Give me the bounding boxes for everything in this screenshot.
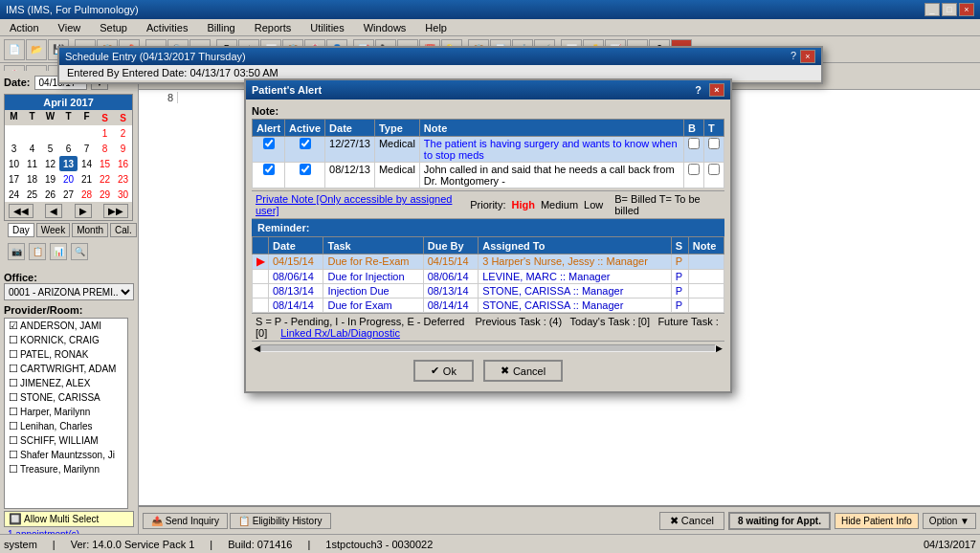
view-tab-cal[interactable]: Cal. — [110, 223, 137, 237]
provider-patel[interactable]: ☐ PATEL, RONAK — [5, 347, 127, 362]
note-active-2[interactable] — [285, 163, 325, 188]
cal-day-17[interactable]: 17 — [5, 171, 23, 187]
note-alert-cb-2[interactable] — [263, 164, 275, 175]
menu-view[interactable]: View — [53, 20, 87, 35]
note-active-cb-2[interactable] — [300, 164, 311, 175]
view-tab-month[interactable]: Month — [72, 223, 108, 237]
provider-harper[interactable]: ☐ Harper, Marilynn — [5, 405, 127, 419]
note-t-1[interactable] — [704, 137, 724, 163]
cal-day-9[interactable]: 9 — [114, 141, 132, 156]
cal-day-19[interactable]: 19 — [41, 171, 59, 187]
office-select[interactable]: 0001 - ARIZONA PREMI... — [4, 283, 134, 300]
cal-prev[interactable]: ◀ — [45, 204, 62, 218]
note-t-cb-2[interactable] — [708, 164, 720, 175]
icon3[interactable]: 📊 — [50, 243, 67, 260]
cal-day-7[interactable]: 7 — [78, 141, 96, 156]
note-row-2[interactable]: 08/12/13 Medical John called in and said… — [253, 163, 724, 188]
minimize-btn[interactable]: _ — [924, 3, 940, 16]
cal-day-26[interactable]: 26 — [41, 187, 59, 202]
view-tab-day[interactable]: Day — [8, 223, 34, 237]
provider-stone[interactable]: ☐ STONE, CARISSA — [5, 390, 127, 405]
view-tab-week[interactable]: Week — [36, 223, 70, 237]
option-btn[interactable]: Option ▼ — [923, 513, 976, 529]
alert-controls[interactable]: ? × — [695, 83, 724, 97]
hide-patient-btn[interactable]: Hide Patient Info — [835, 513, 919, 529]
cal-day-27[interactable]: 27 — [59, 187, 78, 202]
cal-day-14[interactable]: 14 — [78, 156, 96, 171]
tab-eligibility[interactable]: 📋 Eligibility History — [230, 513, 331, 529]
reminder-row-1[interactable]: ▶ 04/15/14 Due for Re-Exam 04/15/14 3 Ha… — [253, 254, 724, 270]
cal-prev-prev[interactable]: ◀◀ — [9, 204, 33, 218]
menu-activities[interactable]: Activities — [141, 20, 193, 35]
scrollbar[interactable] — [260, 344, 716, 352]
linked-rx-link[interactable]: Linked Rx/Lab/Diagnostic — [280, 327, 400, 339]
schedule-dialog-controls[interactable]: ? × — [791, 50, 815, 63]
window-controls[interactable]: _ □ × — [924, 3, 974, 16]
menu-windows[interactable]: Windows — [358, 20, 412, 35]
cal-day-3[interactable]: 3 — [5, 141, 23, 156]
note-t-2[interactable] — [704, 163, 724, 188]
maximize-btn[interactable]: □ — [942, 3, 957, 16]
schedule-question[interactable]: ? — [791, 50, 796, 63]
priority-high[interactable]: High — [511, 199, 534, 210]
scroll-right[interactable]: ▶ — [716, 343, 723, 353]
cal-day-1[interactable]: 1 — [96, 125, 114, 141]
cal-day-8[interactable]: 8 — [96, 141, 114, 156]
bottom-cancel-btn[interactable]: ✖ Cancel — [659, 512, 724, 530]
icon4[interactable]: 🔍 — [71, 243, 88, 260]
priority-medium[interactable]: Medium — [541, 199, 578, 210]
cal-day-12[interactable]: 12 — [41, 156, 59, 171]
tb-open[interactable]: 📂 — [26, 39, 47, 60]
provider-schiff[interactable]: ☐ SCHIFF, WILLIAM — [5, 433, 127, 448]
private-note-link[interactable]: Private Note [Only accessible by assigne… — [256, 193, 464, 216]
reminder-row-2[interactable]: 08/06/14 Due for Injection 08/06/14 LEVI… — [253, 270, 724, 284]
cal-next-next[interactable]: ▶▶ — [103, 204, 128, 218]
provider-treasure[interactable]: ☐ Treasure, Marilynn — [5, 462, 127, 476]
cal-day-2[interactable]: 2 — [114, 125, 132, 141]
icon1[interactable]: 📷 — [8, 243, 25, 260]
provider-lenihan[interactable]: ☐ Lenihan, Charles — [5, 419, 127, 433]
cal-day-18[interactable]: 18 — [23, 171, 41, 187]
reminder-row-3[interactable]: 08/13/14 Injection Due 08/13/14 STONE, C… — [253, 284, 724, 299]
note-alert-cb-1[interactable] — [263, 138, 275, 149]
cal-day-29[interactable]: 29 — [96, 187, 114, 202]
alert-close-btn[interactable]: × — [709, 83, 724, 97]
provider-shafer[interactable]: ☐ Shafer Mauntzsson, Ji — [5, 448, 127, 462]
cal-day-21[interactable]: 21 — [78, 171, 96, 187]
cal-day-11[interactable]: 11 — [23, 156, 41, 171]
multi-select-btn[interactable]: 🔲 Allow Multi Select — [4, 511, 134, 527]
cal-day-16[interactable]: 16 — [114, 156, 132, 171]
cal-day-25[interactable]: 25 — [23, 187, 41, 202]
note-b-cb-1[interactable] — [688, 138, 700, 149]
cal-day-5[interactable]: 5 — [41, 141, 59, 156]
ok-button[interactable]: ✔ Ok — [413, 360, 474, 382]
cal-day-empty3[interactable] — [41, 125, 59, 141]
close-btn[interactable]: × — [959, 3, 974, 16]
cal-day-empty4[interactable] — [59, 125, 78, 141]
schedule-close[interactable]: × — [800, 50, 815, 63]
priority-low[interactable]: Low — [584, 199, 603, 210]
provider-jimenez[interactable]: ☐ JIMENEZ, ALEX — [5, 376, 127, 390]
cal-day-30[interactable]: 30 — [114, 187, 132, 202]
menu-reports[interactable]: Reports — [249, 20, 298, 35]
cal-day-22[interactable]: 22 — [96, 171, 114, 187]
cal-day-6[interactable]: 6 — [59, 141, 78, 156]
cal-day-empty1[interactable] — [5, 125, 23, 141]
menu-billing[interactable]: Billing — [201, 20, 240, 35]
cal-next[interactable]: ▶ — [75, 204, 92, 218]
note-b-cb-2[interactable] — [688, 164, 700, 175]
cal-day-23[interactable]: 23 — [114, 171, 132, 187]
provider-anderson[interactable]: ☑ ANDERSON, JAMI — [5, 319, 127, 333]
scroll-left[interactable]: ◀ — [254, 343, 260, 353]
cal-day-28[interactable]: 28 — [78, 187, 96, 202]
reminder-row-4[interactable]: 08/14/14 Due for Exam 08/14/14 STONE, CA… — [253, 299, 724, 313]
tab-send-inquiry[interactable]: 📤 Send Inquiry — [143, 513, 228, 529]
cal-day-empty2[interactable] — [23, 125, 41, 141]
note-t-cb-1[interactable] — [708, 138, 720, 149]
menu-utilities[interactable]: Utilities — [304, 20, 349, 35]
cal-day-empty5[interactable] — [78, 125, 96, 141]
menu-setup[interactable]: Setup — [94, 20, 133, 35]
alert-question-mark[interactable]: ? — [695, 84, 702, 96]
tb-new[interactable]: 📄 — [4, 39, 25, 60]
waiting-appt-btn[interactable]: 8 waiting for Appt. — [728, 512, 831, 530]
